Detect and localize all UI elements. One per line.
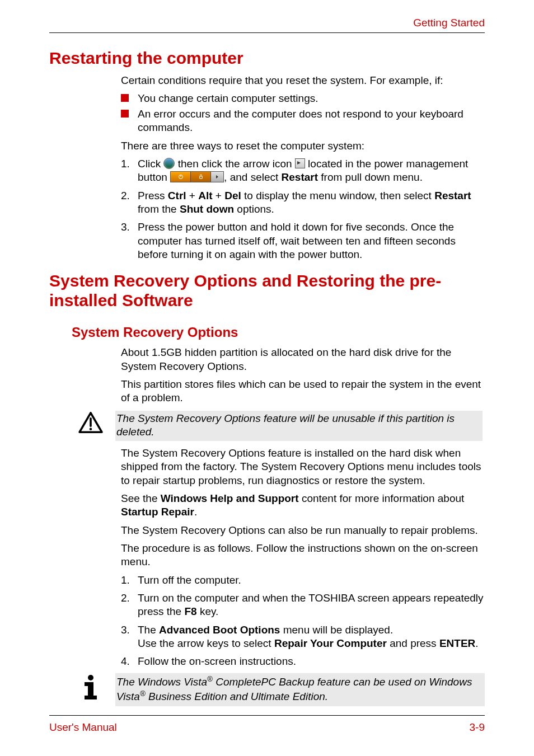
recovery-p6: The procedure is as follows. Follow the … xyxy=(121,542,485,569)
step-text: Turn off the computer. xyxy=(138,574,241,586)
footer-rule xyxy=(49,715,485,716)
step-text: to display the menu window, then select xyxy=(241,190,434,201)
svg-marker-3 xyxy=(216,175,218,179)
help-support-label: Windows Help and Support xyxy=(161,492,299,504)
text: Business Edition and Ultimate Edition. xyxy=(146,691,328,702)
restart-body: Certain conditions require that you rese… xyxy=(121,74,485,262)
key-enter: ENTER xyxy=(439,637,475,649)
repair-your-computer-label: Repair Your Computer xyxy=(274,637,387,649)
recovery-body-2: The System Recovery Options feature is i… xyxy=(121,447,485,668)
restart-label: Restart xyxy=(434,190,471,201)
step-text: options. xyxy=(234,203,274,215)
page-header: Getting Started xyxy=(49,0,485,32)
recovery-p3: The System Recovery Options feature is i… xyxy=(121,447,485,487)
advanced-boot-options-label: Advanced Boot Options xyxy=(159,624,280,636)
section-title: Getting Started xyxy=(413,17,485,29)
svg-rect-10 xyxy=(85,696,97,699)
svg-point-7 xyxy=(88,675,93,680)
subheading-recovery-options: System Recovery Options xyxy=(72,325,485,340)
step-text: Use the arrow keys to select xyxy=(138,637,274,649)
footer-page-number: 3-9 xyxy=(470,721,485,734)
restart-label: Restart xyxy=(282,171,318,183)
recovery-p5: The System Recovery Options can also be … xyxy=(121,524,485,537)
step-text: . xyxy=(475,637,478,649)
list-item: Turn on the computer and when the TOSHIB… xyxy=(121,591,485,619)
heading-recovery: System Recovery Options and Restoring th… xyxy=(49,271,485,310)
startup-repair-label: Startup Repair xyxy=(121,506,194,518)
svg-rect-9 xyxy=(88,682,93,698)
list-item: Press Ctrl + Alt + Del to display the me… xyxy=(121,189,485,217)
restart-bullet-list: You change certain computer settings. An… xyxy=(121,92,485,135)
recovery-p2: This partition stores files which can be… xyxy=(121,378,485,405)
text: The Windows Vista xyxy=(116,676,207,688)
step-text: + xyxy=(186,190,199,201)
warning-icon xyxy=(74,411,107,442)
step-text: The xyxy=(138,624,159,636)
note-callout: The Windows Vista® CompletePC Backup fea… xyxy=(49,673,485,706)
step-text: then click the arrow icon xyxy=(178,158,295,170)
restart-steps-list: Click then click the arrow icon located … xyxy=(121,157,485,261)
header-rule xyxy=(49,32,485,33)
start-orb-icon xyxy=(163,158,175,169)
step-text: key. xyxy=(197,605,219,617)
step-text: menu will be displayed. xyxy=(280,624,393,636)
warning-text: The System Recovery Options feature will… xyxy=(115,411,483,442)
svg-rect-2 xyxy=(199,176,202,179)
step-text: Press xyxy=(138,190,168,201)
recovery-p4: See the Windows Help and Support content… xyxy=(121,492,485,519)
bullet-text: An error occurs and the computer does no… xyxy=(138,108,463,133)
recovery-body-1: About 1.5GB hidden partition is allocate… xyxy=(121,346,485,405)
key-ctrl: Ctrl xyxy=(168,190,186,201)
info-icon xyxy=(74,673,107,706)
power-management-button-icon xyxy=(170,171,224,182)
text: See the xyxy=(121,492,161,504)
registered-mark: ® xyxy=(207,675,213,683)
text: . xyxy=(194,506,197,518)
key-del: Del xyxy=(224,190,241,201)
warning-callout: The System Recovery Options feature will… xyxy=(49,410,485,443)
footer-manual-label: User's Manual xyxy=(49,721,117,734)
note-text: The Windows Vista® CompletePC Backup fea… xyxy=(115,673,485,706)
recovery-p1: About 1.5GB hidden partition is allocate… xyxy=(121,346,485,373)
manual-steps-list: Turn off the computer. Turn on the compu… xyxy=(121,574,485,669)
page-footer: User's Manual 3-9 xyxy=(49,721,485,734)
step-text: and press xyxy=(387,637,439,649)
step-text: from the xyxy=(138,203,180,215)
restart-threeways: There are three ways to reset the comput… xyxy=(121,139,485,153)
list-item: Press the power button and hold it down … xyxy=(121,220,485,261)
step-text: from pull down menu. xyxy=(318,171,423,183)
list-item: Click then click the arrow icon located … xyxy=(121,157,485,185)
svg-point-6 xyxy=(90,428,92,430)
list-item: You change certain computer settings. xyxy=(121,92,485,105)
list-item: Turn off the computer. xyxy=(121,574,485,587)
restart-intro: Certain conditions require that you rese… xyxy=(121,74,485,87)
step-text: Click xyxy=(138,158,163,170)
text: content for more information about xyxy=(299,492,465,504)
step-text: Press the power button and hold it down … xyxy=(138,221,456,260)
bullet-text: You change certain computer settings. xyxy=(138,92,318,104)
list-item: The Advanced Boot Options menu will be d… xyxy=(121,623,485,651)
list-item: An error occurs and the computer does no… xyxy=(121,107,485,135)
step-text: + xyxy=(213,190,225,201)
shutdown-label: Shut down xyxy=(180,203,234,215)
key-alt: Alt xyxy=(198,190,212,201)
heading-restarting: Restarting the computer xyxy=(49,49,485,68)
registered-mark: ® xyxy=(140,689,146,698)
arrow-submenu-icon xyxy=(295,158,305,168)
step-text: Follow the on-screen instructions. xyxy=(138,655,296,667)
key-f8: F8 xyxy=(184,605,196,617)
list-item: Follow the on-screen instructions. xyxy=(121,655,485,668)
step-text: , and select xyxy=(224,171,281,183)
page-container: Getting Started Restarting the computer … xyxy=(0,0,534,756)
